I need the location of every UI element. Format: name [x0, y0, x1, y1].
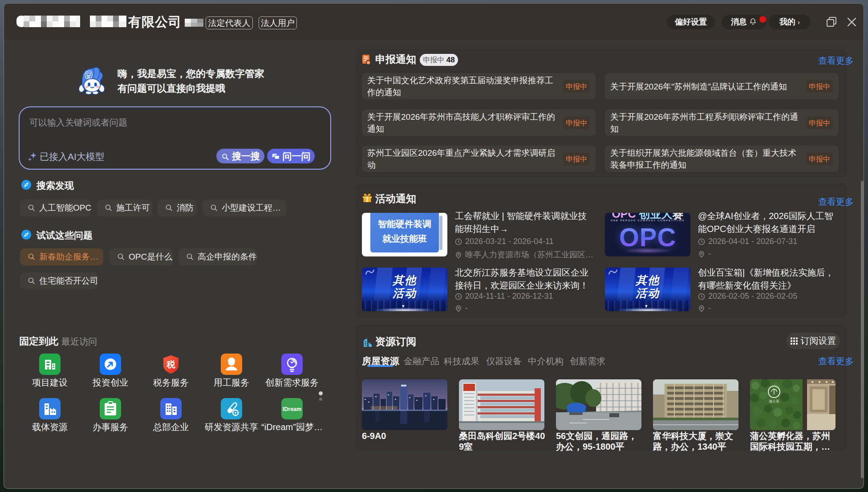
svg-text:税: 税 [166, 360, 176, 369]
svg-text:IDream: IDream [283, 406, 301, 412]
svg-text:蒲公英: 蒲公英 [769, 399, 779, 403]
